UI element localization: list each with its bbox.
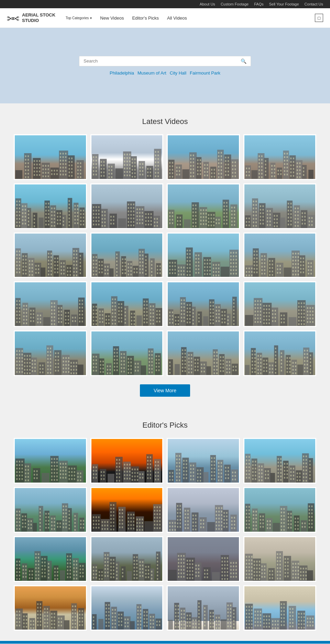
latest-video-thumb-9[interactable] <box>14 233 87 278</box>
latest-video-thumb-12[interactable] <box>243 233 317 278</box>
editors-pick-thumb-13[interactable] <box>14 585 87 631</box>
editors-pick-thumb-8[interactable] <box>243 487 317 533</box>
svg-rect-3070 <box>178 555 179 557</box>
latest-video-thumb-3[interactable] <box>167 134 240 180</box>
buildings-overlay <box>91 234 163 277</box>
latest-video-thumb-10[interactable] <box>90 233 164 278</box>
editors-pick-thumb-3[interactable] <box>167 438 240 484</box>
svg-rect-564 <box>130 214 132 216</box>
svg-rect-2393 <box>280 468 282 470</box>
logo[interactable]: AERIAL STOCK STUDIO <box>7 12 55 24</box>
editors-pick-thumb-9[interactable] <box>14 536 87 582</box>
latest-video-thumb-2[interactable] <box>90 134 164 180</box>
svg-rect-3249 <box>287 572 288 574</box>
search-icon[interactable]: 🔍 <box>241 58 246 64</box>
svg-rect-1960 <box>260 355 261 357</box>
svg-rect-1807 <box>128 358 129 360</box>
editors-pick-thumb-7[interactable] <box>167 487 240 533</box>
search-input[interactable] <box>84 58 241 64</box>
svg-rect-303 <box>235 161 236 163</box>
svg-rect-2445 <box>309 460 310 462</box>
svg-rect-2657 <box>175 522 176 524</box>
nav-all-videos[interactable]: All Videos <box>167 15 187 21</box>
svg-rect-1814 <box>130 369 132 370</box>
svg-rect-3533 <box>204 624 206 626</box>
svg-rect-2627 <box>142 526 143 527</box>
svg-rect-1942 <box>245 365 249 375</box>
latest-video-thumb-8[interactable] <box>243 183 317 229</box>
svg-rect-510 <box>83 217 84 218</box>
svg-rect-2426 <box>299 479 300 481</box>
latest-video-thumb-13[interactable] <box>14 281 87 327</box>
svg-rect-1380 <box>121 321 122 323</box>
latest-video-thumb-7[interactable] <box>167 183 240 229</box>
svg-rect-136 <box>111 169 112 171</box>
svg-rect-2339 <box>246 456 247 458</box>
svg-rect-1343 <box>102 321 103 323</box>
tag-museum-of-art[interactable]: Museum of Art <box>138 70 166 76</box>
latest-video-thumb-18[interactable] <box>90 330 164 376</box>
contact-us-link[interactable]: Contact Us <box>305 2 323 6</box>
svg-rect-259 <box>207 168 208 169</box>
faqs-link[interactable]: FAQs <box>254 2 264 6</box>
tag-fairmount-park[interactable]: Fairmount Park <box>190 70 220 76</box>
nav-editors-picks[interactable]: Editor's Picks <box>132 15 159 21</box>
svg-rect-615 <box>172 215 173 217</box>
latest-video-thumb-1[interactable] <box>14 134 87 180</box>
latest-video-thumb-5[interactable] <box>14 183 87 229</box>
latest-video-thumb-6[interactable] <box>90 183 164 229</box>
cart-button[interactable]: ▢ <box>315 14 323 22</box>
svg-rect-1410 <box>143 322 145 324</box>
svg-rect-1681 <box>34 367 36 369</box>
svg-rect-3153 <box>230 565 232 567</box>
editors-pick-thumb-2[interactable] <box>90 438 164 484</box>
svg-rect-96 <box>71 175 73 177</box>
svg-rect-1130 <box>246 274 247 276</box>
svg-rect-1068 <box>198 268 199 270</box>
svg-rect-2572 <box>109 502 116 531</box>
svg-rect-1466 <box>187 304 188 306</box>
editors-pick-thumb-14[interactable] <box>90 585 164 631</box>
svg-rect-1393 <box>133 320 135 321</box>
svg-rect-1827 <box>151 351 153 352</box>
editors-pick-thumb-10[interactable] <box>90 536 164 582</box>
svg-rect-13 <box>28 155 29 157</box>
latest-video-thumb-15[interactable] <box>167 281 240 327</box>
svg-rect-3333 <box>44 622 45 623</box>
editors-pick-thumb-6[interactable] <box>90 487 164 533</box>
svg-rect-3266 <box>295 577 296 578</box>
view-more-button[interactable]: View More <box>140 384 190 397</box>
latest-video-thumb-4[interactable] <box>243 134 317 180</box>
sell-footage-link[interactable]: Sell Your Footage <box>269 2 299 6</box>
latest-video-thumb-20[interactable] <box>243 330 317 376</box>
editors-pick-thumb-11[interactable] <box>167 536 240 582</box>
editors-pick-thumb-5[interactable] <box>14 487 87 533</box>
latest-video-thumb-16[interactable] <box>243 281 317 327</box>
svg-rect-1804 <box>121 371 122 372</box>
latest-video-thumb-19[interactable] <box>167 330 240 376</box>
tag-city-hall[interactable]: City Hall <box>170 70 186 76</box>
svg-rect-2341 <box>246 460 247 461</box>
custom-footage-link[interactable]: Custom Footage <box>221 2 249 6</box>
svg-rect-1095 <box>216 271 217 273</box>
svg-rect-2776 <box>255 521 257 523</box>
svg-rect-2565 <box>107 521 108 523</box>
editors-pick-thumb-1[interactable] <box>14 438 87 484</box>
nav-top-categories[interactable]: Top Categories ▾ <box>66 16 92 20</box>
editors-pick-thumb-4[interactable] <box>243 438 317 484</box>
svg-rect-2375 <box>258 479 260 481</box>
editors-pick-thumb-15[interactable] <box>167 585 240 631</box>
svg-rect-2354 <box>252 461 253 462</box>
editors-pick-thumb-16[interactable] <box>243 585 317 631</box>
tag-philadelphia[interactable]: Philadelphia <box>110 70 134 76</box>
about-us-link[interactable]: About Us <box>200 2 215 6</box>
latest-video-thumb-11[interactable] <box>167 233 240 278</box>
svg-rect-1956 <box>252 371 253 373</box>
editors-pick-thumb-12[interactable] <box>243 536 317 582</box>
latest-video-thumb-14[interactable] <box>90 281 164 327</box>
svg-rect-2392 <box>277 468 279 470</box>
svg-rect-2352 <box>248 477 250 478</box>
latest-video-thumb-17[interactable] <box>14 330 87 376</box>
nav-new-videos[interactable]: New Videos <box>100 15 124 21</box>
svg-rect-3417 <box>118 613 120 615</box>
